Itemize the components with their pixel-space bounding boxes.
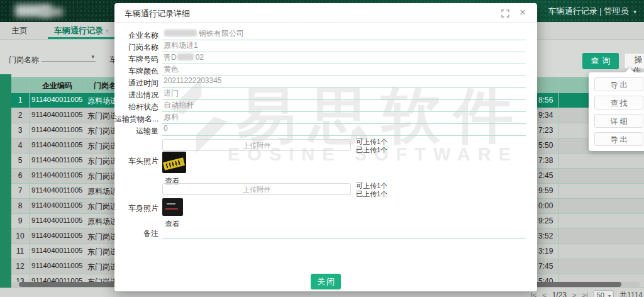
tab-vehicle-records-label: 车辆通行记录 [54,25,103,36]
field-value[interactable]: 原料 [162,112,526,124]
column-divider [29,244,30,259]
column-divider [558,123,559,138]
body-photo-label: 车身照片 [114,203,158,214]
detail-modal: 车辆通行记录详细 × 易思软件 EOSINE SOFTWARE 企业名称钢铁有限… [114,3,537,291]
tab-home[interactable]: 主页 [11,22,28,39]
field-value[interactable]: 黄色 [162,64,526,76]
column-divider [29,123,30,138]
field-value[interactable]: 20211222203345 [162,76,526,88]
ops-button[interactable]: 操作 [624,53,644,69]
redacted-text [177,53,194,60]
row-number-header [11,77,30,92]
head-photo-thumbnail[interactable] [162,152,186,173]
modal-field-row: 车牌号码晋D02 [114,52,526,64]
company-code-cell: 9114040011005 [31,156,85,164]
pass-time-cell: 3:52 [538,232,553,240]
current-page-indicator: 1/23 [552,291,567,297]
column-divider [29,138,30,153]
maximize-icon[interactable] [501,9,509,20]
column-divider [29,154,30,168]
column-divider [558,259,559,274]
modal-field-row: 通过时间20211222203345 [114,76,526,88]
company-code-cell: 9114040011005 [31,171,85,179]
column-divider [558,93,559,108]
column-divider [29,199,30,213]
field-value[interactable]: 进门 [162,88,526,100]
vehicle-record-screen: 车辆通行记录 | 管理员 ▾ 主页 车辆通行记录 × 门岗名称 ▾ 车牌号码 查… [0,0,644,297]
modal-field-row: 运输量0 [114,124,526,136]
remark-input[interactable] [162,227,526,239]
gate-name-filter-label: 门岗名称 [9,55,39,65]
first-page-button[interactable]: |< [531,291,536,297]
user-menu-label: 车辆通行记录 | 管理员 [548,6,629,16]
upload-count-label: 已上传1个 [356,189,387,199]
column-divider [29,184,30,198]
company-code-cell: 9114040011005 [31,262,85,269]
ops-menu-button[interactable]: 详细 [594,114,643,128]
caret-down-icon: ▾ [91,53,94,60]
company-code-cell: 9114040011005 [31,201,85,209]
head-photo-row: 车头照片 查看 [114,152,526,187]
field-value[interactable]: 钢铁有限公司 [162,28,526,40]
body-photo-thumbnail[interactable] [162,198,183,216]
column-divider [29,108,30,123]
pass-time-cell: 5:50 [538,141,553,150]
gate-name-select[interactable]: ▾ [42,48,96,62]
body-photo-row: 车身照片 查看 [114,198,526,231]
query-button[interactable]: 查询 [582,53,619,69]
column-divider [29,259,30,274]
prev-page-button[interactable]: < [542,291,546,297]
field-value[interactable]: 0 [162,124,526,136]
pass-time-cell: 3:19 [538,247,553,255]
user-menu[interactable]: 车辆通行记录 | 管理员 ▾ [548,6,636,17]
upload-attachment-box[interactable]: 上传附件 [162,183,351,195]
ops-menu-button[interactable]: 查找 [594,96,643,109]
company-code-cell: 9114040011005 [31,96,85,103]
field-value-text: 钢铁有限公司 [199,29,244,38]
row-number-cell: 10 [11,232,29,244]
column-divider [558,229,559,244]
field-label: 车牌颜色 [114,66,158,77]
row-number-cell: 8 [11,201,29,213]
field-value-text: 20211222203345 [164,76,222,85]
row-number-cell: 12 [11,262,29,274]
field-value-text: 进门 [164,89,179,98]
close-tab-icon[interactable]: × [105,27,109,35]
upload-attachment-box[interactable]: 上传附件 [162,139,351,151]
close-icon[interactable]: × [519,8,526,17]
modal-field-row: 车牌颜色黄色 [114,64,526,76]
field-value-text: 晋D [164,53,177,62]
modal-close-button[interactable]: 关闭 [311,274,341,289]
modal-field-row: 门岗名称原料场进1 [114,40,526,52]
modal-header: 车辆通行记录详细 × [114,3,537,23]
last-page-button[interactable]: >| [582,291,587,297]
field-label: 运输量 [114,126,158,137]
row-number-cell: 6 [11,171,29,183]
field-label: 企业名称 [114,30,158,41]
row-number-cell: 11 [11,247,29,259]
ops-menu-button[interactable]: 导出 [594,132,643,146]
page-size-select[interactable]: 50 ▾ [594,290,614,297]
caret-down-icon: ▾ [608,293,611,297]
field-label: 进出情况 [114,90,158,101]
pass-time-cell: 2:45 [538,171,553,180]
field-value[interactable]: 原料场进1 [162,40,526,52]
column-divider [558,184,559,198]
column-divider [85,77,86,92]
redacted-text [164,30,197,36]
next-page-button[interactable]: > [572,291,576,297]
pass-time-cell: 9:34 [538,111,553,120]
field-value[interactable]: 晋D02 [162,52,526,64]
company-code-cell: 9114040011005 [31,111,85,118]
row-number-cell: 4 [11,141,29,153]
column-divider [558,77,559,92]
company-code-cell: 9114040011005 [31,232,85,239]
company-code-cell: 9114040011005 [31,247,85,254]
pass-time-cell: 7:38 [538,156,553,165]
field-value[interactable]: 自动抬杆 [162,100,526,112]
field-label: 抬杆状态 [114,102,158,113]
ops-menu-button[interactable]: 导出 [594,77,643,91]
remark-label: 备注 [114,228,158,239]
tab-vehicle-records[interactable]: 车辆通行记录 × [54,22,109,39]
column-divider [558,169,559,183]
